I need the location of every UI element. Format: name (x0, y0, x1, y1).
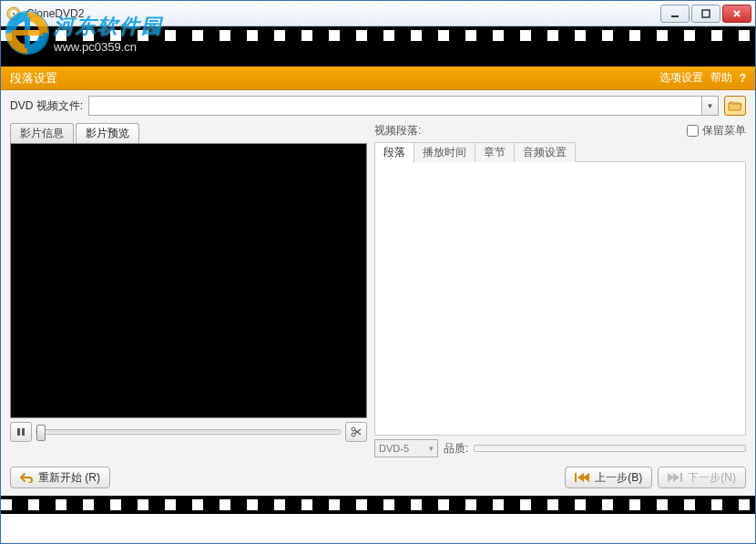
segtab-chapters[interactable]: 章节 (475, 142, 515, 162)
prev-label: 上一步(B) (595, 470, 642, 486)
titlebar: CloneDVD2 (1, 1, 755, 26)
browse-button[interactable] (724, 96, 746, 116)
tab-movie-preview[interactable]: 影片预览 (76, 123, 139, 143)
quality-bar (474, 445, 746, 452)
minimize-button[interactable] (660, 5, 690, 23)
pause-icon (16, 427, 26, 436)
dvd-path-input[interactable] (88, 96, 702, 116)
segtab-playtime[interactable]: 播放时间 (414, 142, 475, 162)
undo-icon (20, 472, 33, 483)
content-area: DVD 视频文件: ▼ 影片信息 影片预览 (1, 90, 755, 496)
help-link[interactable]: 帮助 (710, 70, 732, 86)
header-bar: 段落设置 选项设置 帮助 ? (1, 67, 755, 90)
prev-button[interactable]: 上一步(B) (565, 467, 652, 488)
folder-open-icon (728, 99, 742, 112)
path-dropdown-button[interactable]: ▼ (702, 96, 719, 116)
video-preview (10, 143, 367, 418)
seek-slider[interactable] (36, 429, 342, 435)
segtab-audio[interactable]: 音频设置 (514, 142, 576, 162)
help-icon[interactable]: ? (740, 72, 746, 85)
prev-icon (575, 473, 589, 482)
svg-rect-13 (680, 473, 682, 482)
svg-rect-12 (575, 473, 577, 482)
file-label: DVD 视频文件: (10, 98, 83, 114)
file-input-wrap: ▼ (88, 96, 719, 116)
tab-movie-info[interactable]: 影片信息 (10, 123, 74, 143)
target-size-value: DVD-5 (379, 443, 409, 454)
close-button[interactable] (722, 5, 751, 23)
segment-label: 视频段落: (374, 123, 687, 139)
restart-button[interactable]: 重新开始 (R) (10, 467, 110, 488)
window-buttons (660, 5, 751, 23)
file-row: DVD 视频文件: ▼ (10, 96, 746, 116)
quality-label: 品质: (444, 441, 468, 457)
svg-point-1 (13, 12, 15, 15)
segment-header: 视频段落: 保留菜单 (374, 123, 746, 139)
window-title: CloneDVD2 (26, 7, 660, 20)
right-pane: 视频段落: 保留菜单 段落 播放时间 章节 音频设置 DVD-5 品质: (374, 123, 746, 457)
next-icon (668, 473, 682, 482)
svg-rect-3 (702, 10, 710, 17)
target-size-combo[interactable]: DVD-5 (374, 439, 438, 457)
next-button[interactable]: 下一步(N) (658, 467, 746, 488)
keep-menu-checkbox[interactable] (687, 125, 699, 137)
segment-tabs: 段落 播放时间 章节 音频设置 (374, 142, 746, 162)
play-controls (10, 422, 367, 442)
filmstrip-top (1, 26, 755, 67)
nav-row: 重新开始 (R) 上一步(B) 下一步(N) (10, 467, 746, 488)
maximize-button[interactable] (691, 5, 720, 23)
quality-row: DVD-5 品质: (374, 439, 746, 457)
page-title: 段落设置 (10, 70, 652, 87)
app-icon (6, 6, 21, 21)
left-tabs: 影片信息 影片预览 (10, 123, 367, 143)
trim-button[interactable] (345, 422, 367, 442)
svg-rect-9 (22, 428, 25, 436)
restart-label: 重新开始 (R) (38, 470, 100, 486)
segment-panel (374, 162, 746, 436)
options-link[interactable]: 选项设置 (659, 70, 703, 86)
app-window: CloneDVD2 河东软件园 w (0, 0, 756, 544)
next-label: 下一步(N) (688, 470, 736, 486)
seek-thumb[interactable] (36, 425, 46, 441)
segtab-titles[interactable]: 段落 (374, 142, 414, 162)
left-pane: 影片信息 影片预览 (10, 123, 367, 457)
svg-rect-8 (17, 428, 20, 436)
filmstrip-bottom (1, 496, 755, 514)
keep-menu-option[interactable]: 保留菜单 (687, 123, 746, 139)
pause-button[interactable] (10, 422, 32, 442)
svg-rect-2 (671, 15, 679, 17)
keep-menu-label: 保留菜单 (702, 123, 746, 139)
scissors-icon (351, 426, 362, 437)
